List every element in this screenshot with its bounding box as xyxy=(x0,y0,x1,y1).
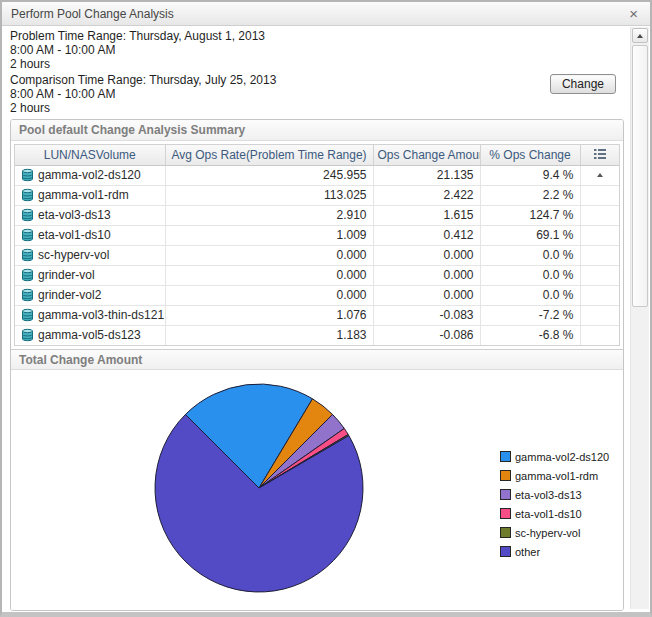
dialog-titlebar: Perform Pool Change Analysis × xyxy=(2,2,650,26)
close-icon[interactable]: × xyxy=(626,6,641,21)
legend-swatch xyxy=(500,451,511,462)
table-row[interactable]: grinder-vol2 0.000 0.000 0.0 % xyxy=(15,285,619,305)
summary-section-title: Pool default Change Analysis Summary xyxy=(11,120,623,141)
volume-database-icon xyxy=(21,208,34,222)
volume-name-cell: grinder-vol xyxy=(15,265,165,285)
analysis-panel: Pool default Change Analysis Summary LUN… xyxy=(10,119,624,611)
column-chooser-icon xyxy=(594,149,606,159)
dialog-title: Perform Pool Change Analysis xyxy=(11,7,174,21)
comparison-time-range: Comparison Time Range: Thursday, July 25… xyxy=(10,73,624,115)
grid-scroll-cell xyxy=(580,185,619,205)
volume-database-icon xyxy=(21,168,34,182)
volume-name-cell: gamma-vol5-ds123 xyxy=(15,325,165,345)
volume-name-cell: gamma-vol3-thin-ds121 xyxy=(15,305,165,325)
volume-name-cell: gamma-vol2-ds120 xyxy=(15,165,165,185)
legend-item: eta-vol3-ds13 xyxy=(500,485,609,504)
legend-item: sc-hyperv-vol xyxy=(500,523,609,542)
scrollbar-thumb[interactable] xyxy=(632,45,648,307)
ops-change-amount-cell: 21.135 xyxy=(373,165,480,185)
volume-name: sc-hyperv-vol xyxy=(38,248,109,262)
total-change-pie-chart: gamma-vol2-ds120 gamma-vol1-rdm eta-vol3… xyxy=(11,370,623,610)
grid-scroll-cell xyxy=(580,265,619,285)
pct-ops-change-cell: -6.8 % xyxy=(480,325,580,345)
volume-name: gamma-vol5-ds123 xyxy=(38,328,141,342)
volume-database-icon xyxy=(21,188,34,202)
dialog-body: Problem Time Range: Thursday, August 1, … xyxy=(2,26,650,611)
col-header-pct-ops-change[interactable]: % Ops Change xyxy=(480,145,580,165)
grid-scroll-cell xyxy=(580,285,619,305)
legend-item: eta-vol1-ds10 xyxy=(500,504,609,523)
legend-label: gamma-vol1-rdm xyxy=(515,470,598,482)
table-row[interactable]: gamma-vol1-rdm 113.025 2.422 2.2 % xyxy=(15,185,619,205)
pct-ops-change-cell: 0.0 % xyxy=(480,245,580,265)
ops-change-amount-cell: -0.083 xyxy=(373,305,480,325)
col-header-ops-change-amount[interactable]: Ops Change Amount xyxy=(373,145,480,165)
ops-change-amount-cell: -0.086 xyxy=(373,325,480,345)
grid-scroll-cell[interactable] xyxy=(580,165,619,185)
triangle-up-icon xyxy=(637,34,643,38)
legend-swatch xyxy=(500,489,511,500)
ops-change-amount-cell: 0.412 xyxy=(373,225,480,245)
problem-time-range-time: 8:00 AM - 10:00 AM xyxy=(10,43,624,57)
column-chooser-icon[interactable] xyxy=(580,145,619,165)
change-button[interactable]: Change xyxy=(550,74,616,94)
table-row[interactable]: gamma-vol3-thin-ds121 1.076 -0.083 -7.2 … xyxy=(15,305,619,325)
summary-grid-header-row: LUN/NASVolume Avg Ops Rate(Problem Time … xyxy=(15,145,619,165)
avg-ops-rate-cell: 245.955 xyxy=(165,165,373,185)
vertical-scrollbar[interactable] xyxy=(630,27,649,609)
grid-scroll-cell xyxy=(580,325,619,345)
problem-time-range-label: Problem Time Range: Thursday, August 1, … xyxy=(10,29,624,43)
avg-ops-rate-cell: 2.910 xyxy=(165,205,373,225)
volume-database-icon xyxy=(21,228,34,242)
volume-name: gamma-vol3-thin-ds121 xyxy=(38,308,164,322)
summary-grid: LUN/NASVolume Avg Ops Rate(Problem Time … xyxy=(14,144,620,346)
pie-legend: gamma-vol2-ds120 gamma-vol1-rdm eta-vol3… xyxy=(500,447,609,561)
legend-swatch xyxy=(500,527,511,538)
table-row[interactable]: grinder-vol 0.000 0.000 0.0 % xyxy=(15,265,619,285)
legend-label: other xyxy=(515,546,540,558)
volume-name-cell: sc-hyperv-vol xyxy=(15,245,165,265)
legend-item: gamma-vol2-ds120 xyxy=(500,447,609,466)
volume-name: gamma-vol1-rdm xyxy=(38,188,129,202)
pct-ops-change-cell: -7.2 % xyxy=(480,305,580,325)
pct-ops-change-cell: 0.0 % xyxy=(480,285,580,305)
grid-scroll-cell xyxy=(580,205,619,225)
table-row[interactable]: gamma-vol5-ds123 1.183 -0.086 -6.8 % xyxy=(15,325,619,345)
volume-name: eta-vol1-ds10 xyxy=(38,228,111,242)
col-header-avg-ops-rate[interactable]: Avg Ops Rate(Problem Time Range) xyxy=(165,145,373,165)
volume-database-icon xyxy=(21,288,34,302)
comparison-time-range-label: Comparison Time Range: Thursday, July 25… xyxy=(10,73,624,87)
perform-pool-change-analysis-dialog: Perform Pool Change Analysis × Problem T… xyxy=(0,0,652,617)
legend-swatch xyxy=(500,508,511,519)
table-row[interactable]: sc-hyperv-vol 0.000 0.000 0.0 % xyxy=(15,245,619,265)
ops-change-amount-cell: 0.000 xyxy=(373,265,480,285)
avg-ops-rate-cell: 1.076 xyxy=(165,305,373,325)
avg-ops-rate-cell: 1.183 xyxy=(165,325,373,345)
grid-scroll-cell xyxy=(580,225,619,245)
table-row[interactable]: eta-vol3-ds13 2.910 1.615 124.7 % xyxy=(15,205,619,225)
problem-time-range-duration: 2 hours xyxy=(10,57,624,71)
volume-name-cell: eta-vol3-ds13 xyxy=(15,205,165,225)
volume-database-icon xyxy=(21,328,34,342)
pct-ops-change-cell: 69.1 % xyxy=(480,225,580,245)
pct-ops-change-cell: 0.0 % xyxy=(480,265,580,285)
volume-name-cell: gamma-vol1-rdm xyxy=(15,185,165,205)
legend-label: sc-hyperv-vol xyxy=(515,527,580,539)
summary-table-body: gamma-vol2-ds120 245.955 21.135 9.4 % ga… xyxy=(15,165,619,345)
scrollbar-up-button[interactable] xyxy=(632,28,648,43)
legend-item: other xyxy=(500,542,609,561)
ops-change-amount-cell: 0.000 xyxy=(373,245,480,265)
grid-scroll-cell xyxy=(580,305,619,325)
volume-name: eta-vol3-ds13 xyxy=(38,208,111,222)
pct-ops-change-cell: 124.7 % xyxy=(480,205,580,225)
legend-item: gamma-vol1-rdm xyxy=(500,466,609,485)
pct-ops-change-cell: 9.4 % xyxy=(480,165,580,185)
col-header-lun-nasvolume[interactable]: LUN/NASVolume xyxy=(15,145,165,165)
volume-name-cell: eta-vol1-ds10 xyxy=(15,225,165,245)
legend-label: eta-vol1-ds10 xyxy=(515,508,582,520)
legend-label: gamma-vol2-ds120 xyxy=(515,451,609,463)
dialog-content: Problem Time Range: Thursday, August 1, … xyxy=(10,29,624,611)
problem-time-range: Problem Time Range: Thursday, August 1, … xyxy=(10,29,624,71)
table-row[interactable]: eta-vol1-ds10 1.009 0.412 69.1 % xyxy=(15,225,619,245)
table-row[interactable]: gamma-vol2-ds120 245.955 21.135 9.4 % xyxy=(15,165,619,185)
